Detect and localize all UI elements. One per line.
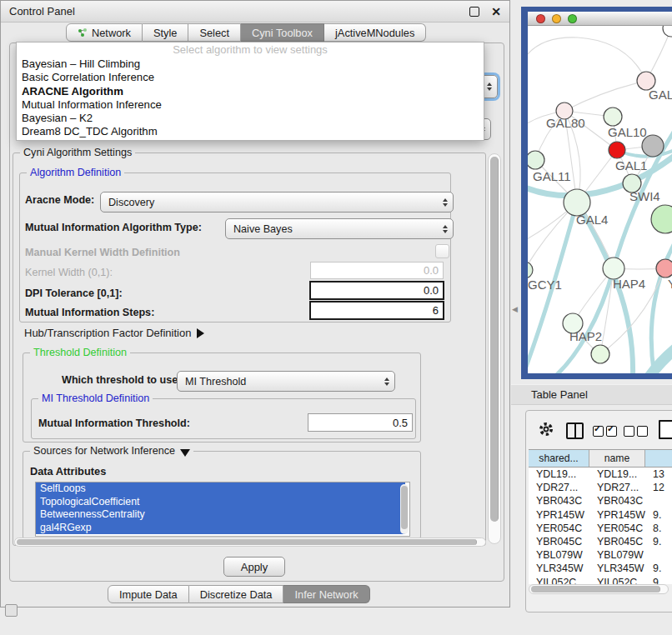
network-edge[interactable]	[564, 81, 646, 111]
table-horizontal-scrollbar[interactable]	[529, 584, 669, 594]
table-row[interactable]: YER054CYER054C8.	[529, 522, 672, 535]
which-threshold-select[interactable]: MI Threshold	[177, 371, 395, 392]
minimized-panel-icon[interactable]	[5, 604, 18, 617]
network-node-gal1[interactable]	[609, 142, 625, 158]
column-header-item[interactable]	[645, 450, 672, 467]
scrollbar-thumb[interactable]	[490, 157, 499, 522]
table-cell: YPR145W	[589, 509, 645, 521]
list-scrollbar[interactable]	[400, 484, 409, 534]
algorithm-definition-label: Algorithm Definition	[27, 167, 124, 178]
algorithm-option-dream8-dc-tdc-algorithm[interactable]: Dream8 DC_TDC Algorithm	[17, 125, 484, 138]
algorithm-option-bayesian-k2[interactable]: Bayesian – K2	[17, 112, 484, 125]
mi-steps-field[interactable]	[309, 301, 444, 320]
node-label: HAP4	[613, 277, 645, 291]
dpi-tolerance-field[interactable]	[309, 281, 444, 300]
deselect-all-icon[interactable]	[624, 426, 634, 437]
network-edge-thick[interactable]	[644, 344, 672, 373]
network-edge[interactable]	[600, 268, 614, 354]
manual-kernel-checkbox[interactable]	[435, 244, 449, 258]
select-all-icon[interactable]	[593, 426, 604, 437]
attribute-item-selfloops[interactable]: SelfLoops	[36, 482, 405, 496]
settings-horizontal-scrollbar[interactable]	[14, 538, 486, 547]
table-cell: 9.	[645, 577, 672, 584]
hub-definition-label: Hub/Transcription Factor Definition	[24, 327, 191, 339]
kernel-width-field[interactable]	[310, 262, 444, 279]
table-body: YDL19...YDL19...13YDR27...YDR27...12YBR0…	[529, 468, 672, 584]
tab-impute-data[interactable]: Impute Data	[108, 585, 189, 603]
table-row[interactable]: YDR27...YDR27...12	[529, 481, 672, 494]
network-node[interactable]	[642, 135, 664, 157]
attribute-item-topologicalcoefficient[interactable]: TopologicalCoefficient	[36, 496, 405, 509]
column-header-shared[interactable]: shared...	[529, 450, 589, 467]
panel-divider-collapse-icon[interactable]: ◀	[512, 305, 518, 313]
dpi-tolerance-label: DPI Tolerance [0,1]:	[25, 288, 123, 299]
network-node-gal11[interactable]	[528, 151, 544, 169]
attribute-item-betweennesscentrality[interactable]: BetweennessCentrality	[36, 508, 405, 522]
table-cell: YER054C	[589, 522, 645, 534]
scrollbar-thumb[interactable]	[531, 586, 660, 592]
apply-button-label: Apply	[241, 561, 268, 573]
aracne-mode-select[interactable]: Discovery	[100, 192, 454, 212]
threshold-definition-group: Threshold Definition Which threshold to …	[23, 352, 421, 442]
network-window-titlebar[interactable]	[528, 12, 672, 26]
sources-group: Sources for Network Inference Data Attri…	[23, 451, 421, 539]
table-row[interactable]: YBL079WYBL079W	[529, 548, 672, 562]
network-node[interactable]	[663, 26, 672, 37]
gear-icon[interactable]	[538, 421, 554, 438]
close-light[interactable]	[536, 14, 545, 23]
algorithm-option-bayesian-hill-climbing[interactable]: Bayesian – Hill Climbing	[17, 58, 484, 71]
tab-discretize-data[interactable]: Discretize Data	[189, 585, 284, 603]
table-cell: YDR27...	[589, 482, 645, 493]
algorithm-definition-group: Algorithm Definition Aracne Mode: Discov…	[19, 172, 451, 322]
tab-select[interactable]: Select	[188, 23, 241, 42]
table-row[interactable]: YIL052CYIL052C9.	[529, 576, 672, 585]
algorithm-option-basic-correlation-inference[interactable]: Basic Correlation Inference	[17, 71, 484, 84]
mi-threshold-group: MI Threshold Definition Mutual Informati…	[31, 398, 416, 439]
table-cell: YBL079W	[529, 549, 589, 561]
float-icon[interactable]	[469, 7, 479, 17]
scrollbar-thumb[interactable]	[401, 486, 408, 529]
network-edge[interactable]	[528, 38, 646, 81]
attribute-item-gal4rgexp[interactable]: gal4RGexp	[36, 522, 405, 535]
node-label: Y	[668, 277, 672, 291]
hub-definition-toggle[interactable]: Hub/Transcription Factor Definition	[24, 327, 204, 339]
node-label: GAL80	[546, 116, 585, 130]
tab-infer-network[interactable]: Infer Network	[283, 585, 369, 603]
columns-icon[interactable]	[566, 422, 584, 439]
algorithm-option-aracne-algorithm[interactable]: ARACNE Algorithm	[17, 85, 484, 98]
table-row[interactable]: YBR043CYBR043C	[529, 494, 672, 508]
mi-threshold-field[interactable]	[308, 413, 413, 432]
tab-jactivemnodules[interactable]: jActiveMNodules	[324, 23, 426, 42]
table-row[interactable]: YLR345WYLR345W9.	[529, 562, 672, 575]
node-label: GAL	[649, 88, 672, 102]
node-label: HAP2	[569, 329, 602, 343]
network-node-gal10[interactable]	[604, 108, 622, 126]
document-icon[interactable]	[659, 420, 672, 439]
close-icon[interactable]: ✕	[491, 8, 501, 16]
minimize-light[interactable]	[552, 14, 561, 23]
network-node-gcy1[interactable]	[528, 262, 533, 278]
tab-cyni-toolbox[interactable]: Cyni Toolbox	[241, 23, 324, 42]
tab-network[interactable]: Network	[66, 23, 143, 42]
table-row[interactable]: YBR045CYBR045C9.	[529, 535, 672, 548]
tab-label: Impute Data	[119, 588, 178, 601]
column-header-name[interactable]: name	[589, 450, 645, 467]
zoom-light[interactable]	[568, 14, 577, 23]
tab-style[interactable]: Style	[143, 23, 188, 42]
scrollbar-thumb[interactable]	[17, 539, 477, 545]
mi-type-select[interactable]: Naive Bayes	[225, 218, 454, 239]
table-row[interactable]: YPR145WYPR145W9.	[529, 508, 672, 522]
table-row[interactable]: YDL19...YDL19...13	[529, 468, 672, 481]
network-node[interactable]	[591, 345, 609, 363]
table-cell: 9.	[645, 509, 672, 521]
algorithm-option-mutual-information-inference[interactable]: Mutual Information Inference	[17, 98, 484, 112]
settings-vertical-scrollbar[interactable]	[488, 153, 501, 544]
network-canvas[interactable]: GALGAL80GAL10GAL1GAL11GAL4SWI4HAP4YGCY1H…	[528, 26, 672, 373]
data-attributes-list[interactable]: SelfLoopsTopologicalCoefficientBetweenne…	[35, 482, 410, 537]
network-node[interactable]	[651, 205, 672, 233]
apply-button[interactable]: Apply	[223, 557, 285, 577]
node-label: GAL11	[533, 169, 571, 183]
network-icon	[78, 28, 88, 38]
table-cell: YBR043C	[529, 495, 589, 507]
network-node-y[interactable]	[656, 259, 672, 278]
